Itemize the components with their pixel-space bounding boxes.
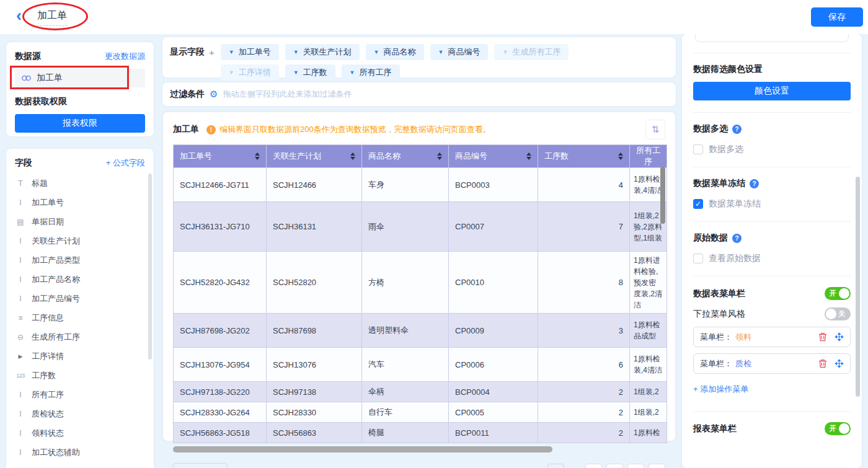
menu-bar-item-material: 菜单栏： 领料: [693, 327, 851, 347]
cell: 7: [538, 202, 630, 252]
column-header-product-code[interactable]: 商品编号: [449, 145, 538, 168]
help-icon[interactable]: ?: [750, 179, 759, 188]
field-item-material-status[interactable]: I领料状态: [15, 423, 145, 443]
menu-freeze-title: 数据菜单冻结: [693, 178, 745, 189]
fields-scrollbar[interactable]: [148, 174, 152, 360]
field-item-gen-process[interactable]: ⊖生成所有工序: [15, 327, 145, 347]
field-chip-plan[interactable]: ▼关联生产计划: [285, 44, 360, 60]
page-title[interactable]: 加工单: [37, 9, 67, 26]
chevron-down-icon: ▼: [374, 49, 379, 55]
field-chip-process-detail[interactable]: ▼工序详情: [221, 64, 279, 81]
trash-icon[interactable]: [818, 332, 827, 342]
raw-data-section: 原始数据 ? 查看原始数据: [693, 232, 851, 265]
report-menu-section: 报表菜单栏 开: [693, 422, 851, 436]
add-action-menu-link[interactable]: + 添加操作菜单: [693, 384, 851, 395]
collapsed-input[interactable]: [695, 34, 849, 42]
color-settings-button[interactable]: 颜色设置: [693, 82, 851, 100]
first-page-button[interactable]: «: [585, 464, 602, 468]
sort-order-button[interactable]: ⇅: [645, 120, 665, 139]
datasource-item[interactable]: 加工单: [15, 69, 145, 87]
column-label: 关联生产计划: [273, 151, 321, 162]
field-label: 领料状态: [32, 428, 64, 439]
cell: SCJH13076-JG954: [174, 348, 267, 382]
dropdown-style-toggle[interactable]: 关: [825, 307, 851, 320]
field-item-process-info[interactable]: ≡工序信息: [15, 308, 145, 327]
field-chip-all-process[interactable]: ▼所有工序: [342, 64, 400, 81]
prev-page-button[interactable]: ‹: [606, 464, 623, 468]
column-header-product-name[interactable]: 商品名称: [362, 145, 449, 168]
column-header-process-count[interactable]: 工序数: [538, 145, 630, 168]
cell: SCJH12466-JG711: [174, 168, 267, 202]
field-label: 关联生产计划: [32, 236, 80, 247]
page-input[interactable]: 1: [547, 464, 564, 468]
settings-scrollbar[interactable]: [856, 177, 860, 397]
cell: 透明塑料伞: [362, 314, 449, 348]
field-label: 加工产品编号: [32, 293, 80, 304]
field-chip-product-code[interactable]: ▼商品编号: [430, 44, 489, 60]
field-label: 标题: [32, 178, 48, 189]
raw-data-checkbox[interactable]: [693, 254, 703, 263]
cell: 2: [538, 423, 630, 443]
chip-label: 工序数: [303, 67, 327, 78]
last-page-button[interactable]: »: [649, 464, 665, 468]
field-item-product-name[interactable]: I加工产品名称: [15, 270, 145, 289]
move-icon[interactable]: [835, 332, 844, 342]
filter-placeholder: 拖动左侧字段到此处来添加过滤条件: [223, 89, 352, 100]
sort-arrows-icon: [618, 152, 623, 160]
change-datasource-link[interactable]: 更改数据源: [105, 51, 145, 62]
field-item-product-type[interactable]: I加工产品类型: [15, 250, 145, 270]
add-display-field-icon[interactable]: +: [209, 47, 215, 58]
field-item-process-count[interactable]: 123工序数: [15, 366, 145, 385]
field-chip-order-no[interactable]: ▼加工单号: [221, 44, 279, 60]
help-icon[interactable]: ?: [732, 125, 742, 134]
divider: [693, 112, 851, 113]
field-item-qc-status[interactable]: I质检状态: [15, 404, 145, 423]
menu-freeze-checkbox[interactable]: [693, 199, 703, 209]
column-header-order-no[interactable]: 加工单号: [174, 145, 267, 168]
field-item-order-no[interactable]: I加工单号: [15, 193, 145, 212]
cell: 3: [538, 314, 630, 348]
field-item-title[interactable]: T标题: [15, 174, 145, 193]
column-header-all-process[interactable]: 所有工序: [630, 145, 667, 168]
text-icon: I: [15, 256, 26, 265]
field-label: 加工单号: [32, 197, 64, 208]
table-vertical-scrollbar[interactable]: [660, 167, 665, 224]
help-icon[interactable]: ?: [732, 234, 742, 243]
field-item-status-aux[interactable]: I加工状态辅助: [15, 443, 145, 462]
field-item-product-code[interactable]: I加工产品编号: [15, 289, 145, 308]
multi-select-checkbox[interactable]: [693, 144, 703, 154]
table-menu-toggle[interactable]: 开: [825, 287, 851, 300]
preview-table: 加工单号 关联生产计划 商品名称 商品编号 工序数 所有工序 SCJH12466…: [173, 144, 667, 443]
report-menu-toggle[interactable]: 开: [825, 422, 851, 435]
table-menu-section: 数据表菜单栏 开 下拉菜单风格 关 菜单栏： 领料 菜单栏： 质检 + 添加操作…: [693, 287, 851, 396]
toggle-label: 开: [830, 424, 836, 433]
field-chip-gen-process[interactable]: ▼生成所有工序: [494, 44, 569, 60]
next-page-button[interactable]: ›: [627, 464, 644, 468]
trash-icon[interactable]: [818, 359, 827, 368]
chip-label: 商品名称: [384, 46, 416, 58]
table-horizontal-scrollbar[interactable]: [173, 446, 552, 453]
field-item-plan[interactable]: I关联生产计划: [15, 231, 145, 250]
cell: 1原料进料检验,预发密度装,2清洁: [630, 252, 667, 314]
cell: 1原料检: [630, 423, 667, 443]
page-size-select[interactable]: 20 条/页 ∨: [173, 463, 228, 468]
settings-panel: 数据筛选颜色设置 颜色设置 数据多选 ? 数据多选 数据菜单冻结 ? 数据菜单冻…: [682, 34, 862, 468]
field-chip-product-name[interactable]: ▼商品名称: [366, 44, 424, 60]
field-item-date[interactable]: ▤单据日期: [15, 212, 145, 231]
table-row: SCJH12466-JG711SCJH12466车身BCP000341原料检装,…: [174, 168, 667, 202]
field-chip-process-count[interactable]: ▼工序数: [285, 64, 335, 81]
save-button[interactable]: 保存: [811, 7, 863, 27]
cell: SCJH28330: [267, 402, 362, 423]
column-header-plan[interactable]: 关联生产计划: [267, 145, 362, 168]
report-permission-button[interactable]: 报表权限: [15, 114, 145, 133]
gear-icon[interactable]: ⚙: [210, 89, 218, 100]
field-item-process-detail[interactable]: ▶工序详情: [15, 347, 145, 366]
cell: SCJH97138: [267, 382, 362, 402]
back-icon[interactable]: ‹: [16, 6, 22, 25]
cell: CP0006: [449, 348, 538, 382]
menu-value: 质检: [735, 358, 751, 369]
move-icon[interactable]: [835, 359, 844, 368]
add-formula-field-link[interactable]: + 公式字段: [106, 157, 145, 169]
field-item-all-process[interactable]: I所有工序: [15, 385, 145, 404]
cell: 2: [538, 402, 630, 423]
